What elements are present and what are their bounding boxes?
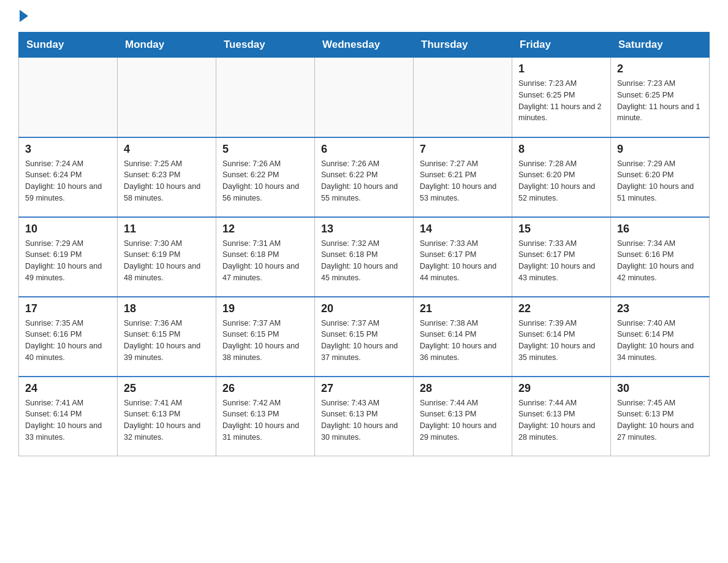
day-info: Sunrise: 7:26 AM Sunset: 6:22 PM Dayligh… (321, 158, 407, 204)
day-info: Sunrise: 7:41 AM Sunset: 6:14 PM Dayligh… (25, 397, 111, 443)
calendar-cell: 5Sunrise: 7:26 AM Sunset: 6:22 PM Daylig… (216, 137, 315, 217)
day-info: Sunrise: 7:24 AM Sunset: 6:24 PM Dayligh… (25, 158, 111, 204)
calendar-cell: 12Sunrise: 7:31 AM Sunset: 6:18 PM Dayli… (216, 217, 315, 297)
weekday-header-tuesday: Tuesday (216, 33, 315, 58)
day-info: Sunrise: 7:29 AM Sunset: 6:20 PM Dayligh… (617, 158, 703, 204)
day-info: Sunrise: 7:35 AM Sunset: 6:16 PM Dayligh… (25, 318, 111, 364)
day-number: 20 (321, 302, 407, 315)
calendar-cell (216, 58, 315, 137)
page-header (18, 12, 710, 20)
day-info: Sunrise: 7:39 AM Sunset: 6:14 PM Dayligh… (518, 318, 604, 364)
day-info: Sunrise: 7:23 AM Sunset: 6:25 PM Dayligh… (518, 78, 604, 124)
calendar-week-row: 17Sunrise: 7:35 AM Sunset: 6:16 PM Dayli… (19, 297, 710, 377)
day-number: 25 (124, 382, 210, 395)
calendar-cell: 16Sunrise: 7:34 AM Sunset: 6:16 PM Dayli… (611, 217, 710, 297)
calendar-cell: 9Sunrise: 7:29 AM Sunset: 6:20 PM Daylig… (611, 137, 710, 217)
calendar-cell: 3Sunrise: 7:24 AM Sunset: 6:24 PM Daylig… (19, 137, 118, 217)
calendar-week-row: 3Sunrise: 7:24 AM Sunset: 6:24 PM Daylig… (19, 137, 710, 217)
day-info: Sunrise: 7:36 AM Sunset: 6:15 PM Dayligh… (124, 318, 210, 364)
calendar-cell: 19Sunrise: 7:37 AM Sunset: 6:15 PM Dayli… (216, 297, 315, 377)
day-info: Sunrise: 7:33 AM Sunset: 6:17 PM Dayligh… (420, 238, 506, 284)
day-info: Sunrise: 7:34 AM Sunset: 6:16 PM Dayligh… (617, 238, 703, 284)
day-info: Sunrise: 7:37 AM Sunset: 6:15 PM Dayligh… (321, 318, 407, 364)
day-info: Sunrise: 7:26 AM Sunset: 6:22 PM Dayligh… (222, 158, 308, 204)
calendar-cell: 26Sunrise: 7:42 AM Sunset: 6:13 PM Dayli… (216, 377, 315, 456)
day-number: 1 (518, 63, 604, 75)
calendar-cell (414, 58, 512, 137)
day-number: 11 (124, 223, 210, 236)
day-number: 19 (222, 302, 308, 315)
day-info: Sunrise: 7:44 AM Sunset: 6:13 PM Dayligh… (420, 397, 506, 443)
day-number: 4 (124, 143, 210, 156)
calendar-cell: 4Sunrise: 7:25 AM Sunset: 6:23 PM Daylig… (118, 137, 216, 217)
logo-flag-icon (20, 10, 28, 22)
calendar-cell: 20Sunrise: 7:37 AM Sunset: 6:15 PM Dayli… (315, 297, 414, 377)
day-info: Sunrise: 7:41 AM Sunset: 6:13 PM Dayligh… (124, 397, 210, 443)
calendar-cell: 6Sunrise: 7:26 AM Sunset: 6:22 PM Daylig… (315, 137, 414, 217)
calendar-cell: 14Sunrise: 7:33 AM Sunset: 6:17 PM Dayli… (414, 217, 512, 297)
day-number: 18 (124, 302, 210, 315)
calendar-cell: 15Sunrise: 7:33 AM Sunset: 6:17 PM Dayli… (512, 217, 611, 297)
day-number: 16 (617, 223, 703, 236)
weekday-header-thursday: Thursday (414, 33, 512, 58)
calendar-cell: 23Sunrise: 7:40 AM Sunset: 6:14 PM Dayli… (611, 297, 710, 377)
calendar-cell (118, 58, 216, 137)
calendar-cell: 24Sunrise: 7:41 AM Sunset: 6:14 PM Dayli… (19, 377, 118, 456)
calendar-cell: 2Sunrise: 7:23 AM Sunset: 6:25 PM Daylig… (611, 58, 710, 137)
day-info: Sunrise: 7:45 AM Sunset: 6:13 PM Dayligh… (617, 397, 703, 443)
logo (18, 12, 28, 20)
day-number: 17 (25, 302, 111, 315)
day-number: 27 (321, 382, 407, 395)
calendar-week-row: 24Sunrise: 7:41 AM Sunset: 6:14 PM Dayli… (19, 377, 710, 456)
calendar-cell: 7Sunrise: 7:27 AM Sunset: 6:21 PM Daylig… (414, 137, 512, 217)
day-number: 2 (617, 63, 703, 75)
day-number: 9 (617, 143, 703, 156)
day-number: 8 (518, 143, 604, 156)
weekday-header-sunday: Sunday (19, 33, 118, 58)
day-number: 13 (321, 223, 407, 236)
day-number: 5 (222, 143, 308, 156)
day-info: Sunrise: 7:38 AM Sunset: 6:14 PM Dayligh… (420, 318, 506, 364)
calendar-week-row: 1Sunrise: 7:23 AM Sunset: 6:25 PM Daylig… (19, 58, 710, 137)
day-info: Sunrise: 7:23 AM Sunset: 6:25 PM Dayligh… (617, 78, 703, 124)
day-number: 28 (420, 382, 506, 395)
calendar-cell: 10Sunrise: 7:29 AM Sunset: 6:19 PM Dayli… (19, 217, 118, 297)
calendar-cell: 22Sunrise: 7:39 AM Sunset: 6:14 PM Dayli… (512, 297, 611, 377)
calendar-cell: 13Sunrise: 7:32 AM Sunset: 6:18 PM Dayli… (315, 217, 414, 297)
weekday-header-saturday: Saturday (611, 33, 710, 58)
day-info: Sunrise: 7:27 AM Sunset: 6:21 PM Dayligh… (420, 158, 506, 204)
day-info: Sunrise: 7:30 AM Sunset: 6:19 PM Dayligh… (124, 238, 210, 284)
calendar-cell (315, 58, 414, 137)
calendar-cell: 18Sunrise: 7:36 AM Sunset: 6:15 PM Dayli… (118, 297, 216, 377)
calendar-cell: 1Sunrise: 7:23 AM Sunset: 6:25 PM Daylig… (512, 58, 611, 137)
day-info: Sunrise: 7:28 AM Sunset: 6:20 PM Dayligh… (518, 158, 604, 204)
day-info: Sunrise: 7:31 AM Sunset: 6:18 PM Dayligh… (222, 238, 308, 284)
day-number: 30 (617, 382, 703, 395)
day-number: 15 (518, 223, 604, 236)
calendar-cell: 17Sunrise: 7:35 AM Sunset: 6:16 PM Dayli… (19, 297, 118, 377)
calendar-cell: 29Sunrise: 7:44 AM Sunset: 6:13 PM Dayli… (512, 377, 611, 456)
calendar-cell: 27Sunrise: 7:43 AM Sunset: 6:13 PM Dayli… (315, 377, 414, 456)
day-info: Sunrise: 7:25 AM Sunset: 6:23 PM Dayligh… (124, 158, 210, 204)
weekday-header-wednesday: Wednesday (315, 33, 414, 58)
day-number: 3 (25, 143, 111, 156)
day-number: 14 (420, 223, 506, 236)
day-number: 23 (617, 302, 703, 315)
day-info: Sunrise: 7:29 AM Sunset: 6:19 PM Dayligh… (25, 238, 111, 284)
day-info: Sunrise: 7:40 AM Sunset: 6:14 PM Dayligh… (617, 318, 703, 364)
calendar-cell (19, 58, 118, 137)
calendar-cell: 28Sunrise: 7:44 AM Sunset: 6:13 PM Dayli… (414, 377, 512, 456)
day-info: Sunrise: 7:32 AM Sunset: 6:18 PM Dayligh… (321, 238, 407, 284)
day-info: Sunrise: 7:44 AM Sunset: 6:13 PM Dayligh… (518, 397, 604, 443)
day-info: Sunrise: 7:42 AM Sunset: 6:13 PM Dayligh… (222, 397, 308, 443)
day-info: Sunrise: 7:43 AM Sunset: 6:13 PM Dayligh… (321, 397, 407, 443)
day-number: 12 (222, 223, 308, 236)
day-number: 6 (321, 143, 407, 156)
day-number: 26 (222, 382, 308, 395)
day-info: Sunrise: 7:33 AM Sunset: 6:17 PM Dayligh… (518, 238, 604, 284)
calendar-header-row: SundayMondayTuesdayWednesdayThursdayFrid… (19, 33, 710, 58)
day-number: 10 (25, 223, 111, 236)
day-number: 24 (25, 382, 111, 395)
day-number: 29 (518, 382, 604, 395)
calendar-cell: 21Sunrise: 7:38 AM Sunset: 6:14 PM Dayli… (414, 297, 512, 377)
